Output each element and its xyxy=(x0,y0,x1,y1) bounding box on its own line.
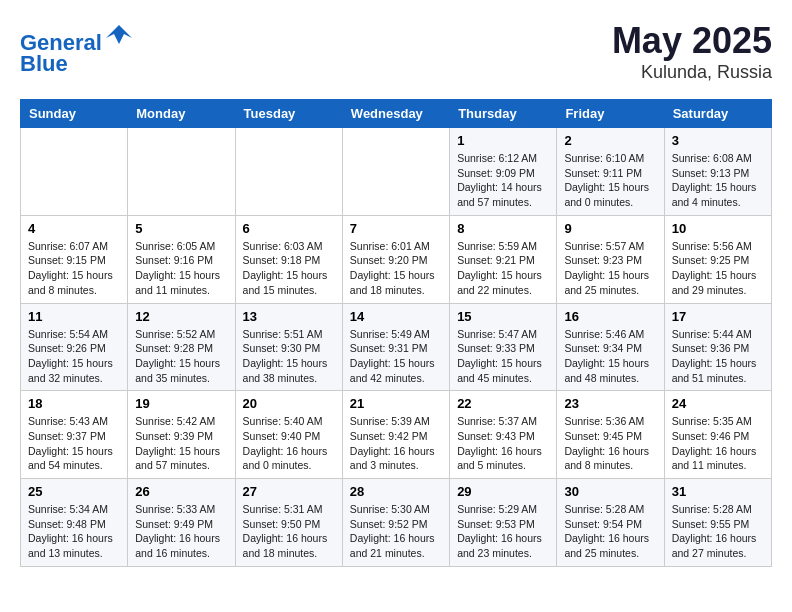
day-number: 15 xyxy=(457,309,549,324)
calendar-cell: 25Sunrise: 5:34 AM Sunset: 9:48 PM Dayli… xyxy=(21,479,128,567)
calendar-cell: 21Sunrise: 5:39 AM Sunset: 9:42 PM Dayli… xyxy=(342,391,449,479)
calendar-cell: 22Sunrise: 5:37 AM Sunset: 9:43 PM Dayli… xyxy=(450,391,557,479)
day-info: Sunrise: 5:59 AM Sunset: 9:21 PM Dayligh… xyxy=(457,239,549,298)
header-day-tuesday: Tuesday xyxy=(235,100,342,128)
day-info: Sunrise: 5:30 AM Sunset: 9:52 PM Dayligh… xyxy=(350,502,442,561)
day-info: Sunrise: 6:07 AM Sunset: 9:15 PM Dayligh… xyxy=(28,239,120,298)
day-number: 23 xyxy=(564,396,656,411)
day-info: Sunrise: 5:29 AM Sunset: 9:53 PM Dayligh… xyxy=(457,502,549,561)
calendar-cell: 12Sunrise: 5:52 AM Sunset: 9:28 PM Dayli… xyxy=(128,303,235,391)
calendar-table: SundayMondayTuesdayWednesdayThursdayFrid… xyxy=(20,99,772,567)
day-number: 14 xyxy=(350,309,442,324)
day-info: Sunrise: 5:37 AM Sunset: 9:43 PM Dayligh… xyxy=(457,414,549,473)
day-number: 10 xyxy=(672,221,764,236)
week-row-2: 4Sunrise: 6:07 AM Sunset: 9:15 PM Daylig… xyxy=(21,215,772,303)
day-number: 28 xyxy=(350,484,442,499)
svg-marker-0 xyxy=(106,25,132,44)
calendar-cell: 20Sunrise: 5:40 AM Sunset: 9:40 PM Dayli… xyxy=(235,391,342,479)
day-info: Sunrise: 5:56 AM Sunset: 9:25 PM Dayligh… xyxy=(672,239,764,298)
day-number: 1 xyxy=(457,133,549,148)
day-info: Sunrise: 6:12 AM Sunset: 9:09 PM Dayligh… xyxy=(457,151,549,210)
day-number: 25 xyxy=(28,484,120,499)
calendar-cell: 8Sunrise: 5:59 AM Sunset: 9:21 PM Daylig… xyxy=(450,215,557,303)
day-number: 7 xyxy=(350,221,442,236)
day-info: Sunrise: 6:10 AM Sunset: 9:11 PM Dayligh… xyxy=(564,151,656,210)
day-number: 26 xyxy=(135,484,227,499)
calendar-cell: 26Sunrise: 5:33 AM Sunset: 9:49 PM Dayli… xyxy=(128,479,235,567)
calendar-header: SundayMondayTuesdayWednesdayThursdayFrid… xyxy=(21,100,772,128)
day-number: 9 xyxy=(564,221,656,236)
header-day-wednesday: Wednesday xyxy=(342,100,449,128)
calendar-cell: 6Sunrise: 6:03 AM Sunset: 9:18 PM Daylig… xyxy=(235,215,342,303)
logo: General Blue xyxy=(20,20,134,77)
calendar-cell: 16Sunrise: 5:46 AM Sunset: 9:34 PM Dayli… xyxy=(557,303,664,391)
week-row-4: 18Sunrise: 5:43 AM Sunset: 9:37 PM Dayli… xyxy=(21,391,772,479)
day-number: 3 xyxy=(672,133,764,148)
calendar-cell: 29Sunrise: 5:29 AM Sunset: 9:53 PM Dayli… xyxy=(450,479,557,567)
day-info: Sunrise: 5:39 AM Sunset: 9:42 PM Dayligh… xyxy=(350,414,442,473)
calendar-cell: 30Sunrise: 5:28 AM Sunset: 9:54 PM Dayli… xyxy=(557,479,664,567)
day-info: Sunrise: 5:47 AM Sunset: 9:33 PM Dayligh… xyxy=(457,327,549,386)
day-info: Sunrise: 6:03 AM Sunset: 9:18 PM Dayligh… xyxy=(243,239,335,298)
calendar-body: 1Sunrise: 6:12 AM Sunset: 9:09 PM Daylig… xyxy=(21,128,772,567)
title-block: May 2025 Kulunda, Russia xyxy=(612,20,772,83)
day-info: Sunrise: 5:28 AM Sunset: 9:54 PM Dayligh… xyxy=(564,502,656,561)
day-info: Sunrise: 5:35 AM Sunset: 9:46 PM Dayligh… xyxy=(672,414,764,473)
day-number: 17 xyxy=(672,309,764,324)
day-number: 22 xyxy=(457,396,549,411)
day-number: 11 xyxy=(28,309,120,324)
calendar-cell xyxy=(21,128,128,216)
week-row-5: 25Sunrise: 5:34 AM Sunset: 9:48 PM Dayli… xyxy=(21,479,772,567)
logo-text: General xyxy=(20,20,134,55)
calendar-cell: 17Sunrise: 5:44 AM Sunset: 9:36 PM Dayli… xyxy=(664,303,771,391)
day-info: Sunrise: 5:44 AM Sunset: 9:36 PM Dayligh… xyxy=(672,327,764,386)
header-day-thursday: Thursday xyxy=(450,100,557,128)
day-number: 19 xyxy=(135,396,227,411)
day-number: 27 xyxy=(243,484,335,499)
page-title: May 2025 xyxy=(612,20,772,62)
calendar-cell: 3Sunrise: 6:08 AM Sunset: 9:13 PM Daylig… xyxy=(664,128,771,216)
calendar-cell: 4Sunrise: 6:07 AM Sunset: 9:15 PM Daylig… xyxy=(21,215,128,303)
day-info: Sunrise: 5:52 AM Sunset: 9:28 PM Dayligh… xyxy=(135,327,227,386)
day-number: 12 xyxy=(135,309,227,324)
day-number: 5 xyxy=(135,221,227,236)
day-number: 24 xyxy=(672,396,764,411)
week-row-1: 1Sunrise: 6:12 AM Sunset: 9:09 PM Daylig… xyxy=(21,128,772,216)
calendar-cell: 9Sunrise: 5:57 AM Sunset: 9:23 PM Daylig… xyxy=(557,215,664,303)
calendar-cell xyxy=(128,128,235,216)
calendar-cell: 24Sunrise: 5:35 AM Sunset: 9:46 PM Dayli… xyxy=(664,391,771,479)
day-info: Sunrise: 5:46 AM Sunset: 9:34 PM Dayligh… xyxy=(564,327,656,386)
day-info: Sunrise: 5:42 AM Sunset: 9:39 PM Dayligh… xyxy=(135,414,227,473)
calendar-cell: 15Sunrise: 5:47 AM Sunset: 9:33 PM Dayli… xyxy=(450,303,557,391)
day-number: 20 xyxy=(243,396,335,411)
day-number: 21 xyxy=(350,396,442,411)
day-info: Sunrise: 5:28 AM Sunset: 9:55 PM Dayligh… xyxy=(672,502,764,561)
calendar-cell: 11Sunrise: 5:54 AM Sunset: 9:26 PM Dayli… xyxy=(21,303,128,391)
day-number: 29 xyxy=(457,484,549,499)
page-header: General Blue May 2025 Kulunda, Russia xyxy=(20,20,772,83)
header-day-saturday: Saturday xyxy=(664,100,771,128)
calendar-cell xyxy=(342,128,449,216)
page-subtitle: Kulunda, Russia xyxy=(612,62,772,83)
calendar-cell: 7Sunrise: 6:01 AM Sunset: 9:20 PM Daylig… xyxy=(342,215,449,303)
header-day-friday: Friday xyxy=(557,100,664,128)
header-day-monday: Monday xyxy=(128,100,235,128)
calendar-cell: 31Sunrise: 5:28 AM Sunset: 9:55 PM Dayli… xyxy=(664,479,771,567)
calendar-cell: 27Sunrise: 5:31 AM Sunset: 9:50 PM Dayli… xyxy=(235,479,342,567)
day-number: 31 xyxy=(672,484,764,499)
logo-bird-icon xyxy=(104,20,134,50)
calendar-cell: 5Sunrise: 6:05 AM Sunset: 9:16 PM Daylig… xyxy=(128,215,235,303)
calendar-cell: 18Sunrise: 5:43 AM Sunset: 9:37 PM Dayli… xyxy=(21,391,128,479)
day-info: Sunrise: 5:36 AM Sunset: 9:45 PM Dayligh… xyxy=(564,414,656,473)
calendar-cell xyxy=(235,128,342,216)
header-row: SundayMondayTuesdayWednesdayThursdayFrid… xyxy=(21,100,772,128)
day-info: Sunrise: 6:01 AM Sunset: 9:20 PM Dayligh… xyxy=(350,239,442,298)
calendar-cell: 14Sunrise: 5:49 AM Sunset: 9:31 PM Dayli… xyxy=(342,303,449,391)
day-number: 6 xyxy=(243,221,335,236)
day-info: Sunrise: 5:34 AM Sunset: 9:48 PM Dayligh… xyxy=(28,502,120,561)
day-number: 30 xyxy=(564,484,656,499)
calendar-cell: 23Sunrise: 5:36 AM Sunset: 9:45 PM Dayli… xyxy=(557,391,664,479)
day-info: Sunrise: 5:43 AM Sunset: 9:37 PM Dayligh… xyxy=(28,414,120,473)
calendar-cell: 19Sunrise: 5:42 AM Sunset: 9:39 PM Dayli… xyxy=(128,391,235,479)
day-number: 18 xyxy=(28,396,120,411)
